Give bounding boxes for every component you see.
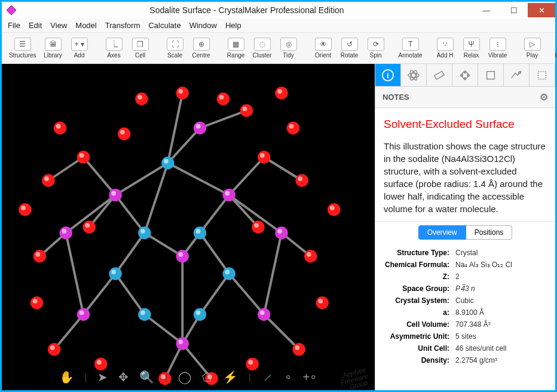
minimize-button[interactable]: — — [473, 3, 500, 17]
svg-point-103 — [289, 124, 294, 128]
spin-icon: ⟳ — [373, 40, 379, 48]
svg-point-75 — [85, 223, 90, 228]
vibrate-button[interactable]: ⫶Vibrate — [486, 35, 510, 62]
svg-point-102 — [287, 122, 299, 134]
properties-table: Structure Type:Crystal Chemical Formula:… — [375, 243, 555, 370]
tab-render[interactable] — [504, 64, 530, 86]
polygon-tool[interactable]: ⬠ — [202, 370, 212, 384]
close-button[interactable]: ✕ — [528, 3, 555, 17]
menu-help[interactable]: Help — [225, 21, 241, 30]
add-button[interactable]: + ▾Add — [68, 35, 91, 62]
bolt-tool[interactable]: ⚡ — [223, 370, 238, 384]
prop-cell-volume: 707.348 Å³ — [455, 320, 491, 329]
tab-measure[interactable] — [427, 64, 452, 86]
scale-button[interactable]: ⛶Scale — [163, 35, 187, 62]
menu-view[interactable]: View — [50, 21, 67, 30]
menu-transform[interactable]: Transform — [105, 21, 140, 30]
play-button[interactable]: ▷Play — [521, 35, 544, 62]
viewport-toolbar: ✋ | ➤ ✥ 🔍 | ◯ ⬠ ⚡ | ⟋ ∘ +∘ — [59, 370, 318, 384]
svg-point-65 — [178, 252, 183, 257]
addh-button[interactable]: ∵Add H — [433, 35, 457, 62]
axes-button[interactable]: ⎿Axes — [102, 35, 126, 62]
tab-atom[interactable] — [401, 64, 427, 86]
inspector-button[interactable]: ▯Inspector — [555, 35, 557, 62]
relax-button[interactable]: ΨRelax — [460, 35, 483, 62]
svg-point-105 — [33, 299, 38, 304]
centre-button[interactable]: ⊕Centre — [189, 35, 213, 62]
lasso-tool[interactable]: ◯ — [178, 370, 191, 384]
svg-point-106 — [316, 296, 329, 309]
prop-space-group: P4̅3 n — [455, 284, 475, 293]
svg-point-43 — [164, 159, 169, 164]
svg-point-96 — [118, 127, 130, 140]
svg-point-69 — [307, 252, 311, 257]
svg-point-60 — [60, 226, 72, 239]
menu-calculate[interactable]: Calculate — [148, 21, 180, 30]
svg-point-97 — [120, 130, 125, 134]
svg-point-110 — [246, 357, 259, 370]
title-bar: Sodalite Surface - CrystalMaker Professi… — [2, 2, 555, 19]
note-body: This illustration shows the cage structu… — [384, 140, 547, 215]
menu-model[interactable]: Model — [75, 21, 96, 30]
menu-edit[interactable]: Edit — [29, 21, 42, 30]
svg-point-73 — [225, 270, 229, 274]
subtab-positions[interactable]: Positions — [466, 225, 513, 240]
svg-line-33 — [200, 111, 247, 128]
annotate-button[interactable]: TAnnotate — [399, 35, 423, 62]
svg-point-99 — [219, 95, 224, 100]
tidy-button[interactable]: ◎Tidy — [277, 35, 301, 62]
atom-tool[interactable]: ∘ — [284, 370, 292, 384]
cell-button[interactable]: ❐Cell — [128, 35, 152, 62]
eye-icon: 👁 — [320, 40, 327, 48]
add-atom-tool[interactable]: +∘ — [303, 370, 318, 384]
svg-line-8 — [229, 157, 264, 195]
svg-line-29 — [66, 233, 83, 315]
svg-line-5 — [84, 157, 116, 195]
rotate-icon: ↺ — [347, 40, 353, 48]
svg-point-62 — [275, 226, 287, 239]
tab-select[interactable] — [530, 64, 555, 86]
svg-point-63 — [277, 229, 282, 234]
zoom-tool[interactable]: 🔍 — [139, 370, 154, 384]
svg-point-101 — [56, 124, 61, 128]
library-button[interactable]: 🏛Library — [41, 35, 65, 62]
svg-point-59 — [196, 229, 201, 234]
svg-point-80 — [258, 308, 270, 321]
cluster-button[interactable]: ◌Cluster — [250, 35, 274, 62]
svg-point-40 — [240, 104, 253, 117]
svg-point-41 — [243, 106, 247, 111]
subtab-overview[interactable]: Overview — [418, 225, 466, 240]
hand-tool[interactable]: ✋ — [59, 370, 74, 384]
structures-button[interactable]: ☰Structures — [7, 35, 39, 62]
rotate-button[interactable]: ↺Rotate — [338, 35, 362, 62]
spin-button[interactable]: ⟳Spin — [364, 35, 388, 62]
gear-icon[interactable]: ⚙ — [540, 91, 548, 103]
svg-point-104 — [30, 296, 43, 309]
bond-tool[interactable]: ⟋ — [262, 370, 274, 384]
app-icon — [5, 4, 17, 16]
svg-point-76 — [252, 220, 264, 233]
pointer-tool[interactable]: ➤ — [97, 370, 108, 384]
molecular-viewport[interactable]: AppNeeFreewareGroup. ✋ | ➤ ✥ 🔍 | ◯ ⬠ ⚡ |… — [2, 64, 375, 390]
svg-point-48 — [77, 151, 90, 163]
cell-icon: ❐ — [137, 40, 143, 48]
prop-formula: Na₄ Al₃ Si₃ O₁₂ Cl — [455, 261, 512, 269]
tab-box[interactable] — [478, 64, 504, 86]
vibrate-icon: ⫶ — [496, 40, 500, 48]
range-button[interactable]: ▦Range — [224, 35, 248, 62]
menu-window[interactable]: Window — [189, 21, 217, 30]
library-icon: 🏛 — [50, 40, 57, 48]
tab-info[interactable]: i — [375, 64, 401, 86]
svg-point-51 — [260, 153, 265, 158]
svg-point-111 — [248, 360, 253, 365]
move-tool[interactable]: ✥ — [118, 370, 128, 384]
list-icon: ☰ — [19, 40, 26, 48]
svg-point-52 — [42, 174, 54, 186]
orient-button[interactable]: 👁Orient — [311, 35, 335, 62]
plus-icon: + ▾ — [74, 40, 84, 48]
tab-model[interactable] — [452, 64, 478, 86]
menu-file[interactable]: File — [8, 21, 20, 30]
svg-point-55 — [298, 176, 302, 181]
svg-point-83 — [140, 310, 145, 315]
maximize-button[interactable]: ☐ — [500, 3, 528, 17]
